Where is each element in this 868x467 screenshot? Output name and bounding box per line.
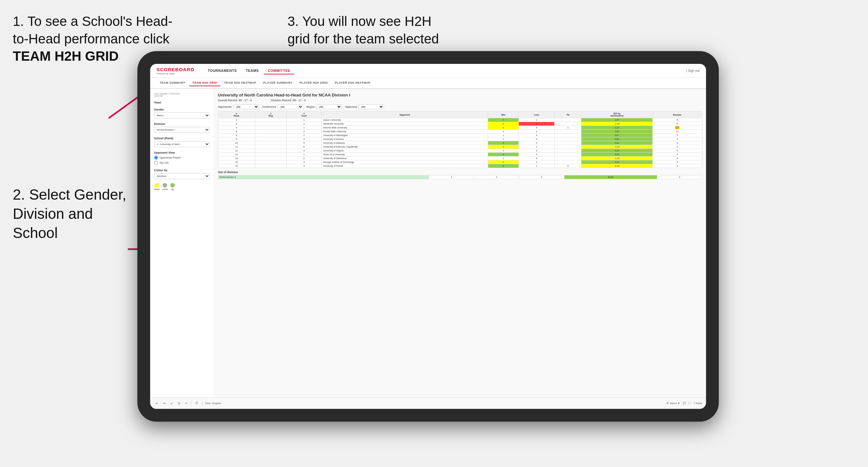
sub-nav-team-h2h-heatmap[interactable]: TEAM H2H HEATMAP bbox=[221, 80, 259, 86]
filter-opponent-select[interactable]: (All) bbox=[359, 104, 384, 109]
sub-nav-player-h2h-grid[interactable]: PLAYER H2H GRID bbox=[296, 80, 331, 86]
td-conf: 3 bbox=[286, 137, 322, 141]
table-row: 10 5 University of Alabama 3 0 2.61 8 bbox=[218, 141, 702, 145]
toolbar-sep1 bbox=[191, 401, 191, 406]
toolbar-present[interactable]: ⛶ bbox=[688, 402, 691, 405]
ann2-line1: 2. Select Gender, bbox=[13, 186, 126, 203]
nav-item-teams[interactable]: TEAMS bbox=[242, 67, 262, 74]
td-reg bbox=[255, 118, 286, 122]
sub-nav-team-h2h-grid[interactable]: TEAM H2H GRID bbox=[189, 80, 220, 86]
nav-item-committee[interactable]: COMMITTEE bbox=[264, 67, 294, 74]
ann3-line1: 3. You will now see H2H bbox=[287, 14, 432, 29]
td-opponent: Georgia Institute of Technology bbox=[322, 160, 488, 164]
toolbar-redo[interactable]: ↪ bbox=[162, 401, 167, 406]
toolbar-undo[interactable]: ↩ bbox=[154, 401, 159, 406]
toolbar-watch[interactable]: 👁 Watch ▼ bbox=[666, 402, 680, 405]
sidebar-gender-label: Gender bbox=[154, 108, 210, 111]
th-diff: Diff AvStrokes/Rnd bbox=[582, 112, 652, 118]
td-tie: 0 bbox=[555, 164, 582, 168]
table-row: 2 1 Auburn University 2 1 1.67 9 bbox=[218, 118, 702, 122]
radio-opponents-played[interactable]: Opponents Played bbox=[154, 156, 210, 160]
td-rank: 9 bbox=[218, 137, 255, 141]
sidebar-school-section: School (Rank) 1. University of Nort... bbox=[154, 137, 210, 147]
td-reg bbox=[255, 122, 286, 126]
colour-legend: Down Level Up bbox=[154, 183, 210, 190]
colour-select[interactable]: Win/loss bbox=[154, 173, 210, 179]
toolbar-back[interactable]: ↙ bbox=[169, 401, 175, 406]
filter-opponents-select[interactable]: (All) bbox=[234, 104, 259, 109]
filter-conference-select[interactable]: (All) bbox=[278, 104, 303, 109]
out-of-division-row: NCAA Division II 1 0 0 26.00 3 bbox=[218, 175, 702, 179]
overall-record: Overall Record: 89 - 17 - 0 bbox=[218, 99, 252, 102]
td-win: 1 bbox=[488, 137, 519, 141]
td-rounds: 17 bbox=[652, 126, 702, 130]
ood-label: NCAA Division II bbox=[218, 175, 429, 179]
table-row: 6 2 Florida State University 1 2 1.83 12 bbox=[218, 130, 702, 133]
td-loss: 2 bbox=[519, 130, 555, 133]
td-conf: 1 bbox=[286, 126, 322, 130]
sub-nav-player-h2h-heatmap[interactable]: PLAYER H2H HEATMAP bbox=[332, 80, 374, 86]
gender-select[interactable]: Men's bbox=[154, 113, 210, 119]
td-rank: 4 bbox=[218, 126, 255, 130]
td-conf: 1 bbox=[286, 153, 322, 157]
school-select[interactable]: 1. University of Nort... bbox=[154, 141, 210, 147]
sidebar-gender-section: Gender Men's bbox=[154, 108, 210, 119]
filter-opponents: Opponents: (All) bbox=[218, 104, 259, 109]
td-diff: -6.42 bbox=[582, 164, 652, 168]
toolbar-comment[interactable]: 💬 bbox=[683, 402, 686, 405]
toolbar-add[interactable]: + bbox=[184, 401, 188, 406]
td-opponent: Vanderbilt University bbox=[322, 122, 488, 126]
td-tie bbox=[555, 149, 582, 153]
filter-conference-label: Conference bbox=[262, 105, 276, 108]
td-win: 0 bbox=[488, 145, 519, 149]
sub-nav-player-summary[interactable]: PLAYER SUMMARY bbox=[260, 80, 296, 86]
td-opponent: University of Arkansas, Fayetteville bbox=[322, 145, 488, 149]
th-rank: #Rank bbox=[218, 112, 255, 118]
sub-nav: TEAM SUMMARY TEAM H2H GRID TEAM H2H HEAT… bbox=[150, 78, 706, 89]
table-row: 12 3 University of Virginia 1 0 2.33 3 bbox=[218, 149, 702, 153]
td-opponent: University of Oklahoma bbox=[322, 157, 488, 160]
bottom-toolbar: ↩ ↪ ↙ ⎘ + ⏱ View: Original 👁 Watch ▼ 💬 ⛶… bbox=[150, 397, 706, 409]
td-loss: 1 bbox=[519, 160, 555, 164]
td-rank: 10 bbox=[218, 141, 255, 145]
division-select[interactable]: NCAA Division I bbox=[154, 127, 210, 133]
sidebar-division-section: Division NCAA Division I bbox=[154, 122, 210, 133]
division-record: Division Record: 88 - 17 - 0 bbox=[271, 99, 306, 102]
td-loss: 1 bbox=[519, 145, 555, 149]
td-win: 2 bbox=[488, 118, 519, 122]
sign-out-link[interactable]: | Sign out bbox=[686, 69, 700, 72]
sidebar-opponent-label: Opponent View bbox=[154, 151, 210, 154]
table-row: 8 2 University of Washington 1 0 3.67 3 bbox=[218, 133, 702, 137]
td-win: 0 bbox=[488, 160, 519, 164]
td-diff: 2.33 bbox=[582, 149, 652, 153]
td-reg bbox=[255, 130, 286, 133]
td-win: 3 bbox=[488, 153, 519, 157]
td-tie bbox=[555, 160, 582, 164]
toolbar-share[interactable]: ⤴ Share bbox=[693, 402, 702, 405]
td-loss: 5 bbox=[519, 126, 555, 130]
td-loss: 1 bbox=[519, 118, 555, 122]
filter-region: Region (All) bbox=[306, 104, 342, 109]
toolbar-clock[interactable]: ⏱ bbox=[194, 401, 200, 406]
td-conf: 2 bbox=[286, 133, 322, 137]
radio-top100[interactable]: Top 100 bbox=[154, 161, 210, 165]
td-diff: 5.56 bbox=[582, 153, 652, 157]
td-rank: 13 bbox=[218, 153, 255, 157]
nav-item-tournaments[interactable]: TOURNAMENTS bbox=[204, 67, 241, 74]
toolbar-copy[interactable]: ⎘ bbox=[177, 401, 182, 406]
td-tie bbox=[555, 145, 582, 149]
radio-opponents-played-input[interactable] bbox=[154, 156, 158, 160]
filter-region-select[interactable]: (All) bbox=[316, 104, 342, 109]
radio-top100-input[interactable] bbox=[154, 161, 158, 165]
td-loss: 0 bbox=[519, 149, 555, 153]
out-of-division-table: NCAA Division II 1 0 0 26.00 3 bbox=[218, 175, 702, 179]
td-opponent: Texas Tech University bbox=[322, 153, 488, 157]
sub-nav-team-summary[interactable]: TEAM SUMMARY bbox=[157, 80, 188, 86]
colour-level-dot bbox=[163, 183, 167, 187]
td-rounds: 9 bbox=[652, 160, 702, 164]
td-reg bbox=[255, 164, 286, 168]
logo-area: SCOREBOARD Powered by clippd bbox=[157, 67, 194, 75]
td-opponent: University of Virginia bbox=[322, 149, 488, 153]
td-rank: 11 bbox=[218, 145, 255, 149]
th-conf: #Conf bbox=[286, 112, 322, 118]
